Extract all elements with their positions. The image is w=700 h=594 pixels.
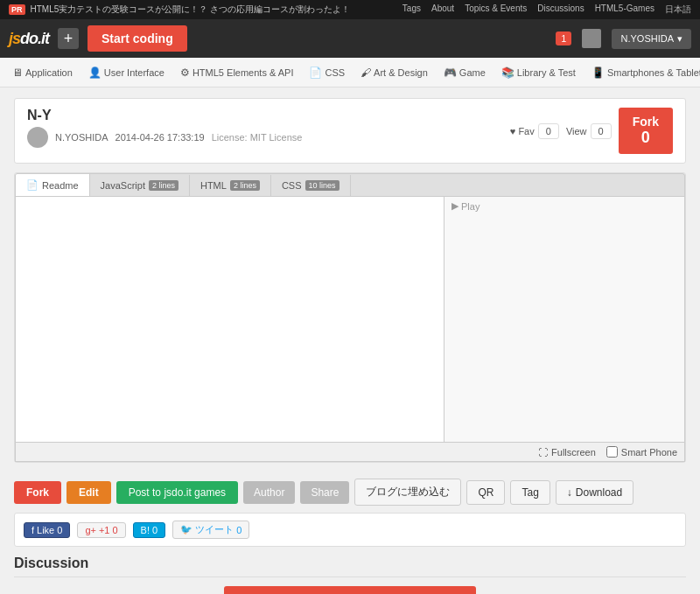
html-badge: 2 lines [230,180,260,191]
logo-js: js [9,30,20,47]
nav-topics[interactable]: Topics & Events [465,3,527,16]
user-menu-button[interactable]: N.YOSHIDA ▾ [612,29,691,49]
play-text: Play [461,201,480,212]
cat-ui[interactable]: 👤 User Interface [81,62,172,83]
facebook-like-button[interactable]: f Like 0 [24,522,70,538]
announce-left: PR HTML5実力テストの受験コースが公開に！？ さつの応用編コースが割わった… [9,3,350,16]
pen-title: N-Y [27,108,302,123]
download-label: Download [576,486,622,499]
cat-html5-label: HTML5 Elements & API [192,67,294,78]
nav-about[interactable]: About [431,3,454,16]
gplus-label: +1 [99,525,110,535]
fullscreen-bar: ⛶ Fullscreen Smart Phone [15,443,685,462]
fullscreen-checkbox-label[interactable]: ⛶ Fullscreen [538,447,596,458]
pen-actions: ♥ Fav 0 View 0 Fork 0 [510,108,673,154]
tweet-button[interactable]: 🐦 ツイート 0 [172,521,249,539]
author-button[interactable]: Author [243,481,295,504]
author-name: N.YOSHIDA [55,132,108,143]
readme-icon: 📄 [26,179,38,191]
hatena-icon: B! [141,525,150,535]
cat-html5[interactable]: ⚙ HTML5 Elements & API [173,62,301,83]
blog-button[interactable]: ブログに埋め込む [354,479,461,506]
cat-game-label: Game [459,67,486,78]
nav-lang[interactable]: 日本語 [665,3,691,16]
play-icon: ▶ [452,200,458,212]
download-button[interactable]: ↓ Download [556,480,634,505]
social-row: f Like 0 g+ +1 0 B! 0 🐦 ツイート 0 [14,513,686,547]
library-icon: 📚 [501,66,514,79]
discussion-section: Discussion このコードについて質問してみる！ [14,556,686,594]
content-area: N-Y N.YOSHIDA 2014-04-26 17:33:19 Licens… [0,87,700,594]
view-box: View 0 [566,123,612,139]
author-avatar [27,127,48,148]
fullscreen-icon: ⛶ [538,447,548,458]
tag-button[interactable]: Tag [510,480,550,505]
nav-tags[interactable]: Tags [402,3,421,16]
cat-game[interactable]: 🎮 Game [437,62,493,83]
cat-library[interactable]: 📚 Library & Test [494,62,583,83]
cat-smartphones[interactable]: 📱 Smartphones & Tablets [584,62,700,83]
smartphone-checkbox-label[interactable]: Smart Phone [606,446,677,458]
new-pen-button[interactable]: + [58,28,79,49]
cat-application[interactable]: 🖥 Application [5,62,80,83]
fork-button[interactable]: Fork [14,481,61,504]
cat-ui-label: User Interface [104,67,164,78]
gplus-button[interactable]: g+ +1 0 [77,522,125,538]
fb-icon: f [32,525,34,535]
ask-question-button[interactable]: このコードについて質問してみる！ [224,586,476,594]
tab-javascript[interactable]: JavaScript 2 lines [90,175,190,196]
post-games-button[interactable]: Post to jsdo.it games [116,481,238,504]
smartphone-checkbox[interactable] [606,446,618,458]
nav-right: 1 N.YOSHIDA ▾ [556,29,691,49]
cat-art[interactable]: 🖌 Art & Design [354,62,435,83]
ui-icon: 👤 [88,66,102,79]
fork-header-label: Fork [633,115,659,129]
nav-discussions[interactable]: Discussions [537,3,584,16]
edit-button[interactable]: Edit [66,481,111,504]
fork-count: 0 [633,129,659,147]
tab-html[interactable]: HTML 2 lines [190,175,271,196]
tab-css[interactable]: CSS 10 lines [271,175,351,196]
qr-button[interactable]: QR [466,480,505,505]
share-button[interactable]: Share [300,481,349,504]
fav-label: ♥ Fav [510,126,535,136]
css-icon: 📄 [309,66,322,79]
nav-games[interactable]: HTML5-Games [595,3,654,16]
pen-meta: N.YOSHIDA 2014-04-26 17:33:19 License: M… [27,127,302,148]
cat-css[interactable]: 📄 CSS [302,62,352,83]
username-label: N.YOSHIDA [620,33,674,44]
art-icon: 🖌 [360,66,371,79]
fav-box: ♥ Fav 0 [510,123,559,139]
notification-badge[interactable]: 1 [556,31,571,45]
css-badge: 10 lines [305,180,340,191]
editor-tabs: 📄 Readme JavaScript 2 lines HTML 2 lines… [15,173,685,196]
pr-badge: PR [9,4,25,15]
editor-preview-split: ▶ Play [15,196,685,443]
tweet-count: 0 [236,525,242,535]
logo[interactable]: jsdo.it [9,30,49,48]
mobile-icon: 📱 [592,66,605,79]
action-row: Fork Edit Post to jsdo.it games Author S… [14,472,686,513]
cat-art-label: Art & Design [374,67,428,78]
tab-html-label: HTML [200,180,227,191]
play-label[interactable]: ▶ Play [452,200,480,212]
cat-library-label: Library & Test [517,67,576,78]
fb-like-label: Like [37,525,54,535]
logo-do: do.it [20,30,49,47]
start-coding-button[interactable]: Start coding [88,25,187,52]
cat-application-label: Application [25,67,73,78]
pen-date: 2014-04-26 17:33:19 [116,132,205,143]
smartphone-label: Smart Phone [621,447,677,458]
hatena-count: 0 [152,525,158,535]
editor-pane[interactable] [16,197,444,442]
hatena-button[interactable]: B! 0 [133,522,166,538]
pen-header: N-Y N.YOSHIDA 2014-04-26 17:33:19 Licens… [14,98,686,164]
html5-icon: ⚙ [180,66,190,79]
editor-card: 📄 Readme JavaScript 2 lines HTML 2 lines… [14,172,686,463]
tab-javascript-label: JavaScript [101,180,145,191]
user-avatar-nav [582,29,601,48]
fork-header-button[interactable]: Fork 0 [619,108,673,154]
tab-readme[interactable]: 📄 Readme [16,174,90,196]
pen-header-left: N-Y N.YOSHIDA 2014-04-26 17:33:19 Licens… [27,108,302,148]
preview-pane: ▶ Play [444,197,684,442]
